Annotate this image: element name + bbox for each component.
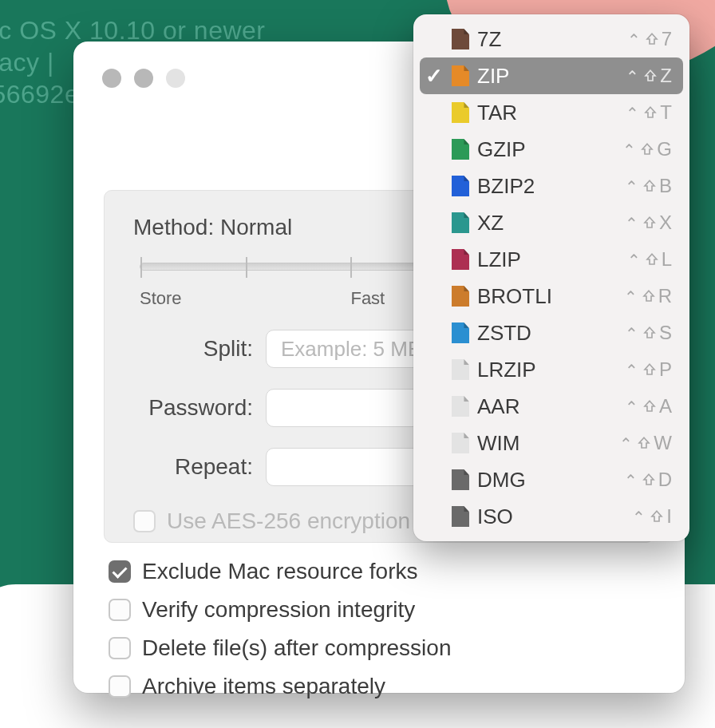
traffic-zoom-icon[interactable]	[166, 69, 185, 88]
shift-key-icon	[642, 289, 656, 303]
option-label: Archive items separately	[142, 674, 385, 699]
aes-label: Use AES-256 encryption	[167, 508, 410, 534]
control-key-icon: ⌃	[632, 508, 647, 527]
menu-item-shortcut: ⌃A	[625, 395, 674, 417]
menu-item-shortcut: ⌃I	[632, 505, 674, 528]
shortcut-key: S	[659, 322, 674, 344]
checkbox-icon[interactable]	[109, 560, 131, 583]
option-archive-separately[interactable]: Archive items separately	[109, 674, 451, 699]
file-icon	[452, 139, 469, 160]
file-icon	[452, 249, 469, 270]
menu-item-gzip[interactable]: ✓GZIP⌃G	[420, 131, 683, 168]
method-value: Normal	[220, 215, 292, 239]
file-icon	[452, 176, 469, 196]
shift-key-icon	[642, 473, 656, 487]
traffic-minimize-icon[interactable]	[134, 69, 153, 88]
menu-item-label: BROTLI	[477, 284, 616, 309]
control-key-icon: ⌃	[624, 471, 639, 490]
options-list: Exclude Mac resource forks Verify compre…	[109, 559, 451, 699]
control-key-icon: ⌃	[622, 140, 638, 160]
slider-tick	[246, 257, 247, 278]
file-icon	[452, 469, 469, 490]
option-exclude-forks[interactable]: Exclude Mac resource forks	[109, 559, 451, 584]
password-label: Password:	[133, 395, 253, 421]
menu-item-tar[interactable]: ✓TAR⌃T	[420, 94, 683, 131]
menu-item-xz[interactable]: ✓XZ⌃X	[420, 204, 683, 241]
control-key-icon: ⌃	[625, 324, 640, 343]
menu-item-shortcut: ⌃Z	[626, 65, 674, 87]
menu-item-zstd[interactable]: ✓ZSTD⌃S	[420, 315, 683, 351]
menu-item-dmg[interactable]: ✓DMG⌃D	[420, 461, 683, 498]
checkbox-icon[interactable]	[109, 599, 131, 621]
menu-item-label: ISO	[477, 504, 624, 529]
menu-item-shortcut: ⌃W	[619, 432, 674, 454]
menu-item-shortcut: ⌃P	[625, 358, 674, 381]
file-icon	[452, 322, 469, 343]
menu-item-shortcut: ⌃B	[625, 175, 674, 197]
shift-key-icon	[640, 142, 654, 156]
window-traffic-lights	[102, 69, 185, 88]
control-key-icon: ⌃	[625, 398, 640, 417]
menu-item-label: XZ	[477, 211, 617, 235]
menu-item-label: GZIP	[477, 137, 614, 162]
menu-item-shortcut: ⌃G	[622, 138, 674, 160]
menu-item-label: WIM	[477, 431, 611, 456]
aes-checkbox[interactable]	[133, 510, 156, 532]
file-icon	[452, 212, 469, 233]
control-key-icon: ⌃	[627, 30, 642, 49]
slider-label-fast: Fast	[350, 288, 385, 309]
option-label: Delete file(s) after compression	[142, 635, 451, 661]
checkbox-icon[interactable]	[109, 675, 131, 698]
menu-item-bzip2[interactable]: ✓BZIP2⌃B	[420, 168, 683, 204]
slider-label-store: Store	[140, 288, 182, 309]
menu-item-shortcut: ⌃S	[625, 322, 674, 344]
shift-key-icon	[645, 32, 659, 46]
menu-item-label: TAR	[477, 101, 618, 125]
option-label: Verify compression integrity	[142, 597, 415, 623]
shortcut-key: 7	[662, 28, 674, 50]
menu-item-7z[interactable]: ✓7Z⌃7	[420, 21, 683, 57]
shortcut-key: G	[657, 138, 674, 160]
menu-item-label: BZIP2	[477, 174, 617, 199]
file-icon	[452, 29, 469, 49]
control-key-icon: ⌃	[626, 67, 641, 86]
shortcut-key: A	[659, 395, 674, 417]
menu-item-wim[interactable]: ✓WIM⌃W	[420, 425, 683, 461]
menu-item-iso[interactable]: ✓ISO⌃I	[420, 498, 683, 535]
option-verify-integrity[interactable]: Verify compression integrity	[109, 597, 451, 623]
control-key-icon: ⌃	[627, 251, 642, 270]
control-key-icon: ⌃	[624, 287, 639, 307]
control-key-icon: ⌃	[625, 177, 640, 196]
file-icon	[452, 286, 469, 307]
menu-item-label: LZIP	[477, 247, 619, 272]
traffic-close-icon[interactable]	[102, 69, 121, 88]
file-icon	[452, 506, 469, 527]
file-icon	[452, 65, 469, 86]
shortcut-key: X	[659, 212, 674, 234]
menu-item-shortcut: ⌃7	[627, 28, 674, 50]
menu-item-brotli[interactable]: ✓BROTLI⌃R	[420, 278, 683, 315]
file-icon	[452, 396, 469, 417]
shift-key-icon	[642, 399, 657, 413]
slider-tick	[140, 257, 142, 278]
shortcut-key: L	[662, 248, 674, 271]
option-delete-after[interactable]: Delete file(s) after compression	[109, 635, 451, 661]
menu-item-label: ZIP	[477, 64, 618, 89]
checkbox-icon[interactable]	[109, 637, 131, 659]
format-dropdown-menu[interactable]: ✓7Z⌃7✓ZIP⌃Z✓TAR⌃T✓GZIP⌃G✓BZIP2⌃B✓XZ⌃X✓LZ…	[413, 14, 689, 541]
shortcut-key: T	[660, 101, 674, 124]
option-label: Exclude Mac resource forks	[142, 559, 417, 584]
menu-item-lrzip[interactable]: ✓LRZIP⌃P	[420, 351, 683, 388]
shift-key-icon	[642, 216, 657, 230]
shortcut-key: Z	[660, 65, 674, 87]
shift-key-icon	[637, 436, 651, 450]
menu-item-aar[interactable]: ✓AAR⌃A	[420, 388, 683, 425]
shift-key-icon	[642, 326, 657, 340]
menu-item-zip[interactable]: ✓ZIP⌃Z	[420, 57, 683, 94]
menu-item-lzip[interactable]: ✓LZIP⌃L	[420, 241, 683, 278]
menu-item-label: LRZIP	[477, 358, 617, 382]
shortcut-key: P	[659, 358, 674, 381]
file-icon	[452, 433, 469, 453]
control-key-icon: ⌃	[626, 104, 641, 123]
checkmark-icon: ✓	[425, 64, 444, 89]
